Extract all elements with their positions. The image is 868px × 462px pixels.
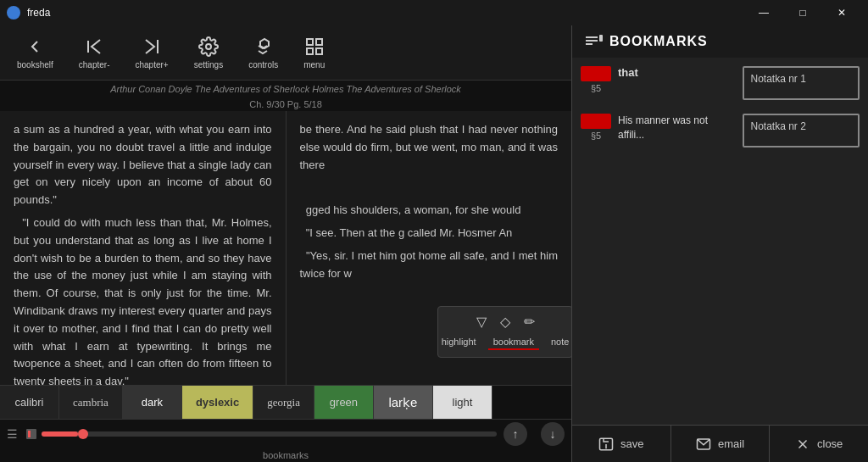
font-georgia[interactable]: georgia [253,386,314,420]
email-label: email [718,437,744,450]
bookmarks-bottom-label: bookmarks [0,448,571,462]
bookmarks-panel: BOOKMARKS §5 that Notatka nr 1 [571,25,868,462]
svg-rect-12 [599,35,603,42]
menu-button[interactable]: menu [303,36,325,70]
close-label: close [817,437,843,450]
bottom-bar: save email close [572,425,868,462]
bookmarks-header: BOOKMARKS [572,25,868,58]
bookmarks-header-icon [586,35,603,48]
window-controls: — □ ✕ [744,0,861,25]
svg-rect-8 [28,431,31,437]
note-box-1[interactable]: Notatka nr 1 [743,66,860,100]
svg-rect-11 [586,43,593,45]
theme-green[interactable]: green [314,386,374,420]
book-titlebar: Arthur Conan Doyle The Adventures of She… [0,81,571,97]
close-icon [795,437,810,452]
reading-area: a sum as a hundred a year, with what you… [0,111,571,385]
font-calibri[interactable]: calibri [0,386,59,420]
bookmarks-list: §5 that Notatka nr 1 §5 His man [572,58,868,425]
list-icon[interactable]: ☰ [7,427,18,441]
highlight-label[interactable]: highlight [437,335,481,350]
progress-fill [42,431,78,437]
svg-rect-4 [316,39,322,45]
menu-label: menu [303,60,325,70]
book-author: Arthur Conan Doyle [110,84,192,94]
back-label: bookshelf [17,60,53,70]
bookmark-note-1: Notatka nr 1 [743,66,860,100]
svg-rect-3 [307,39,313,45]
bookmark-note-2: Notatka nr 2 [743,114,860,148]
maximize-button[interactable]: □ [783,0,822,25]
bookmark-page-1: §5 [591,83,601,93]
bookmarks-title: BOOKMARKS [609,34,708,49]
next-chapter-button[interactable]: chapter+ [136,36,169,70]
annotation-popup: ▽ ◇ ✏ highlight bookmark note [437,306,571,358]
svg-rect-9 [586,36,598,38]
bookmark-meta-1: that [618,66,736,79]
bookmark-item-2: §5 His manner was not affili... Notatka … [581,114,860,148]
svg-rect-7 [26,429,36,439]
bookmark-text-2: His manner was not affili... [618,114,736,142]
bookmark-label[interactable]: bookmark [488,335,539,350]
note-label[interactable]: note [546,335,571,350]
reader-panel: bookshelf chapter- chapter+ [0,25,571,462]
controls-button[interactable]: controls [248,36,278,70]
annotation-icons: ▽ ◇ ✏ [476,314,535,330]
next-chapter-label: chapter+ [136,60,169,70]
funnel-icon[interactable]: ▽ [476,314,487,330]
email-button[interactable]: email [671,426,771,463]
theme-large[interactable]: larḳe [374,386,433,420]
save-button[interactable]: save [572,426,671,463]
settings-label: settings [194,60,223,70]
controls-label: controls [248,60,278,70]
titlebar: freda — □ ✕ [0,0,868,25]
theme-light[interactable]: light [433,386,492,420]
svg-rect-5 [307,48,313,54]
close-panel-button[interactable]: close [770,426,868,463]
progress-start-icon [25,427,38,441]
next-page-button[interactable]: ↓ [541,422,565,446]
save-icon [598,437,614,452]
prev-chapter-button[interactable]: chapter- [79,36,110,70]
app-title: freda [27,7,744,19]
email-icon [696,437,711,452]
page-info: Ch. 9/30 Pg. 5/18 [0,97,571,111]
svg-rect-6 [316,48,322,54]
progress-track[interactable] [42,431,497,437]
font-bar: calibri cambria dark dyslexic georgia gr… [0,385,571,419]
settings-button[interactable]: settings [194,36,223,70]
book-title: The Adventures of Sherlock Holmes The Ad… [195,84,461,94]
bookmark-word-1: that [618,66,736,79]
bookmark-page-2: §5 [591,131,601,141]
font-dyslexic[interactable]: dyslexic [182,386,253,420]
nav-buttons: ↑ ↓ [504,422,565,446]
save-label: save [620,437,643,450]
prev-chapter-label: chapter- [79,60,110,70]
bookmark-meta-2: His manner was not affili... [618,114,736,142]
close-button[interactable]: ✕ [822,0,861,25]
progress-marker [78,429,88,439]
pencil-icon[interactable]: ✏ [524,314,535,330]
main-container: bookshelf chapter- chapter+ [0,25,868,462]
theme-dark[interactable]: dark [123,386,182,420]
diamond-icon[interactable]: ◇ [500,314,510,330]
progress-area: ☰ ↑ ↓ [0,419,571,448]
app-icon [7,6,20,19]
annotation-labels: highlight bookmark note [437,335,571,350]
bookmark-color-1 [581,66,611,81]
bookmark-color-2 [581,114,611,129]
font-cambria[interactable]: cambria [59,386,123,420]
svg-point-2 [206,44,211,49]
bookmark-item-1: §5 that Notatka nr 1 [581,66,860,100]
back-button[interactable]: bookshelf [17,36,53,70]
prev-page-button[interactable]: ↑ [504,422,527,446]
minimize-button[interactable]: — [744,0,783,25]
text-left: a sum as a hundred a year, with what you… [0,111,286,385]
svg-rect-10 [586,40,598,42]
toolbar: bookshelf chapter- chapter+ [0,25,571,81]
note-box-2[interactable]: Notatka nr 2 [743,114,860,148]
